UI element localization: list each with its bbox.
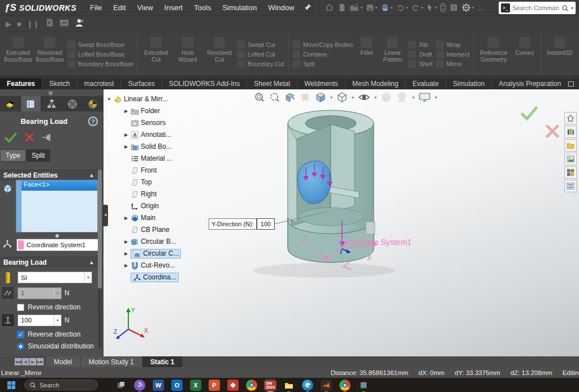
explorer-icon[interactable] bbox=[283, 380, 295, 391]
displaymanager-tab[interactable] bbox=[83, 96, 103, 111]
pin-menu-icon[interactable] bbox=[304, 3, 312, 13]
reverse-direction-label-1[interactable]: Reverse direction bbox=[28, 303, 80, 311]
new-document-button[interactable] bbox=[336, 2, 347, 13]
motion-study-tab[interactable]: Motion Study 1 bbox=[81, 356, 142, 367]
swept-boss-button[interactable]: Swept Boss/Base bbox=[67, 41, 133, 49]
wrap-button[interactable]: Wrap bbox=[436, 41, 469, 49]
scene-icon[interactable] bbox=[396, 92, 408, 103]
tab-analysis-preparation[interactable]: Analysis Preparation bbox=[492, 78, 568, 89]
tree-item-material[interactable]: Material ... bbox=[123, 153, 172, 163]
callout-value-input[interactable]: 100 bbox=[257, 218, 275, 230]
undo-button[interactable]: ▾ bbox=[395, 3, 409, 13]
hole-wizard-button[interactable]: Hole Wizard bbox=[172, 34, 204, 74]
rebuild-button[interactable] bbox=[439, 2, 447, 14]
select-button[interactable]: ▾ bbox=[425, 2, 438, 13]
compare-results-icon[interactable] bbox=[59, 19, 69, 29]
chrome-icon[interactable] bbox=[246, 380, 257, 391]
command-search[interactable]: >_ Search Command ▾ bbox=[499, 2, 576, 14]
red-app-icon[interactable] bbox=[227, 380, 239, 391]
file-explorer-icon[interactable] bbox=[564, 139, 577, 152]
options-gear-button[interactable]: ▾ bbox=[460, 2, 475, 14]
view-orientation-dropdown[interactable]: ▾ bbox=[330, 95, 332, 100]
coordinate-system-field[interactable]: Coordinate System1 bbox=[16, 239, 98, 251]
extruded-boss-button[interactable]: Extruded Boss/Base bbox=[2, 34, 34, 74]
extruded-cut-button[interactable]: Extruded Cut bbox=[140, 34, 172, 74]
type-tab[interactable]: Type bbox=[0, 149, 26, 162]
excel-icon[interactable]: X bbox=[190, 380, 201, 391]
zoom-fit-icon[interactable] bbox=[254, 92, 265, 103]
appearance-icon[interactable] bbox=[381, 92, 392, 103]
lofted-boss-button[interactable]: Lofted Boss/Base bbox=[67, 50, 133, 58]
menu-window[interactable]: Window bbox=[262, 0, 300, 16]
menu-tools[interactable]: Tools bbox=[188, 0, 217, 16]
tab-scroll-arrows[interactable]: ◀◀◀▶▶▶ bbox=[0, 356, 46, 367]
tab-features[interactable]: Features bbox=[0, 78, 42, 89]
help-icon[interactable]: ? bbox=[88, 117, 98, 126]
view-orientation-icon[interactable] bbox=[315, 92, 326, 103]
previous-view-icon[interactable] bbox=[300, 92, 311, 103]
boundary-cut-button[interactable]: Boundary Cut bbox=[237, 60, 284, 68]
powerpoint-icon[interactable]: P bbox=[209, 380, 220, 391]
search-input[interactable]: Search Command bbox=[512, 5, 559, 11]
tab-sketch[interactable]: Sketch bbox=[42, 78, 77, 89]
tree-item-cut-revolve[interactable]: ▶Cut-Revo... bbox=[123, 260, 175, 270]
tab-mesh-modeling[interactable]: Mesh Modeling bbox=[345, 78, 405, 89]
stop-icon[interactable]: ■ bbox=[17, 20, 21, 28]
sinusoidal-radio[interactable] bbox=[17, 343, 24, 350]
home-tab-icon[interactable] bbox=[564, 112, 577, 124]
panel-splitter-grip[interactable] bbox=[103, 205, 108, 226]
custom-properties-icon[interactable] bbox=[564, 180, 577, 192]
display-style-icon[interactable] bbox=[336, 92, 348, 103]
static-study-tab[interactable]: Static 1 bbox=[142, 356, 183, 367]
list-resize-grip[interactable] bbox=[55, 234, 59, 238]
taskbar-search[interactable]: Search bbox=[24, 380, 98, 390]
design-library-icon[interactable] bbox=[564, 126, 577, 138]
split-button[interactable]: Split bbox=[292, 60, 353, 68]
file-properties-button[interactable] bbox=[448, 2, 459, 13]
open-document-button[interactable]: ▾ bbox=[348, 2, 364, 13]
tab-evaluate[interactable]: Evaluate bbox=[405, 78, 446, 89]
tab-sheet-metal[interactable]: Sheet Metal bbox=[247, 78, 297, 89]
menu-insert[interactable]: Insert bbox=[159, 0, 189, 16]
ok-button[interactable] bbox=[5, 132, 17, 145]
collapse-chevron-icon[interactable]: ▲ bbox=[89, 172, 94, 178]
tab-surfaces[interactable]: Surfaces bbox=[121, 78, 162, 89]
linear-pattern-button[interactable]: Linear Pattern bbox=[378, 34, 407, 74]
save-button[interactable]: ▾ bbox=[365, 2, 378, 13]
scene-dropdown[interactable]: ▾ bbox=[412, 95, 414, 100]
tree-item-sensors[interactable]: Sensors bbox=[123, 118, 166, 128]
view-settings-icon[interactable] bbox=[418, 92, 431, 103]
chrome2-icon[interactable] bbox=[339, 380, 351, 391]
shared-user-icon[interactable] bbox=[75, 18, 85, 30]
tree-item-circular-c[interactable]: ▶Circular C... bbox=[123, 248, 181, 259]
tree-item-origin[interactable]: Origin bbox=[123, 201, 159, 211]
menu-file[interactable]: File bbox=[84, 0, 107, 16]
bearing-load-header[interactable]: Bearing Load ▲ bbox=[0, 257, 103, 268]
viewport-canvas[interactable]: Coordinate System1 X Z Y-Direction (N): … bbox=[103, 89, 579, 356]
tab-weldments[interactable]: Weldments bbox=[297, 78, 345, 89]
tree-item-cb-plane[interactable]: CB Plane bbox=[123, 225, 170, 235]
reverse-direction-label-2[interactable]: Reverse direction bbox=[28, 330, 80, 338]
zoom-area-icon[interactable] bbox=[269, 92, 280, 103]
swept-cut-button[interactable]: Swept Cut bbox=[237, 41, 284, 49]
boundary-boss-button[interactable]: Boundary Boss/Base bbox=[67, 60, 133, 68]
tab-addins[interactable]: SOLIDWORKS Add-Ins bbox=[162, 78, 247, 89]
word-icon[interactable]: W bbox=[153, 380, 164, 391]
tree-item-main[interactable]: ▶Main bbox=[123, 213, 155, 223]
selected-entities-header[interactable]: Selected Entities ▲ bbox=[0, 170, 103, 180]
selected-entities-list[interactable]: Face<1> bbox=[16, 180, 98, 232]
pause-icon[interactable]: ❙❙ bbox=[27, 20, 40, 28]
propertymanager-tab[interactable] bbox=[21, 96, 42, 111]
sinusoidal-label[interactable]: Sinusoidal distribution bbox=[28, 342, 94, 350]
dimxpertmanager-tab[interactable] bbox=[62, 96, 83, 111]
edge-icon[interactable] bbox=[302, 380, 313, 391]
reference-geometry-button[interactable]: Reference Geometry bbox=[476, 34, 511, 74]
pin-button[interactable] bbox=[42, 133, 52, 144]
tree-item-circular-b[interactable]: ▶Circular B... bbox=[123, 236, 176, 247]
start-button[interactable] bbox=[6, 380, 17, 391]
tree-item-front-plane[interactable]: Front bbox=[123, 165, 157, 175]
unit-system-select[interactable]: SI▾ bbox=[18, 272, 92, 283]
y-force-input[interactable]: 100▾ bbox=[18, 315, 62, 326]
tree-item-right-plane[interactable]: Right bbox=[123, 189, 157, 199]
cancel-button[interactable] bbox=[25, 133, 34, 144]
